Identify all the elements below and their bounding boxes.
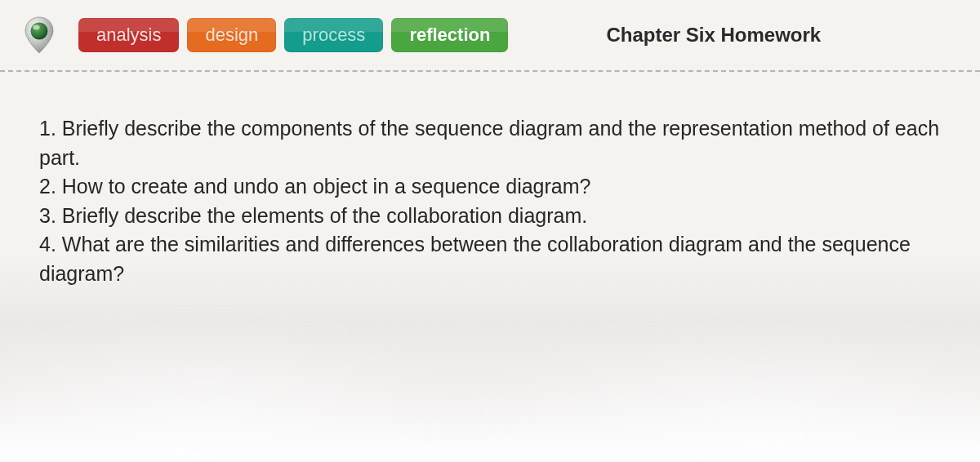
- question-item: 2. How to create and undo an object in a…: [39, 172, 941, 202]
- location-pin-icon: [23, 16, 56, 55]
- question-item: 1. Briefly describe the components of th…: [39, 114, 941, 172]
- tab-design[interactable]: design: [187, 18, 276, 52]
- tab-label: process: [302, 24, 365, 46]
- question-item: 3. Briefly describe the elements of the …: [39, 202, 941, 231]
- svg-point-1: [33, 25, 39, 30]
- tab-label: reflection: [409, 24, 490, 46]
- question-item: 4. What are the similarities and differe…: [39, 230, 941, 288]
- tab-analysis[interactable]: analysis: [78, 18, 179, 52]
- tab-reflection[interactable]: reflection: [391, 18, 508, 52]
- question-list: 1. Briefly describe the components of th…: [0, 72, 980, 288]
- tab-label: design: [205, 24, 258, 46]
- page-title: Chapter Six Homework: [606, 24, 821, 47]
- header-row: analysis design process reflection Chapt…: [0, 0, 980, 72]
- header-inner: analysis design process reflection Chapt…: [0, 0, 980, 70]
- svg-point-0: [31, 23, 48, 40]
- tab-label: analysis: [96, 24, 161, 46]
- tab-process[interactable]: process: [284, 18, 383, 52]
- tab-bar: analysis design process reflection: [78, 18, 508, 52]
